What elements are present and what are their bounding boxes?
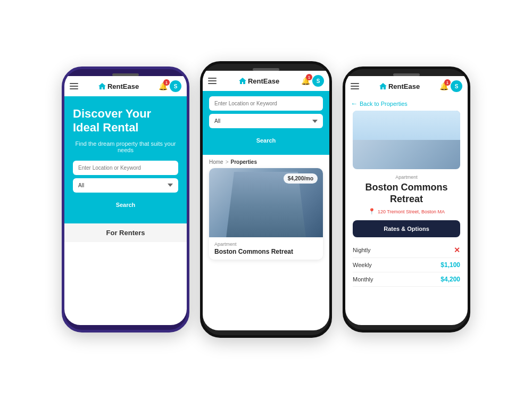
nav-icons-right: 🔔 1 S	[439, 80, 462, 92]
logo-text-left: RentEase	[107, 82, 139, 90]
rate-value-nightly: ✕	[454, 246, 460, 254]
results-search-button[interactable]: Search	[209, 132, 323, 148]
logo-house-icon	[98, 82, 106, 90]
hamburger-icon-center[interactable]	[208, 78, 217, 84]
search-bar-section: All Search	[203, 91, 329, 155]
notification-badge-center: 1	[306, 74, 312, 80]
navbar-left: RentEase 🔔 1 S	[64, 76, 187, 96]
rate-row-nightly: Nightly ✕	[353, 243, 460, 258]
bell-wrapper-center[interactable]: 🔔 1	[301, 76, 310, 86]
notification-badge-left: 1	[163, 79, 170, 86]
avatar-right[interactable]: S	[451, 80, 462, 92]
rates-options-button[interactable]: Rates & Options	[353, 220, 460, 237]
phones-container: RentEase 🔔 1 S Discover Your Ideal Renta…	[0, 45, 532, 354]
phone-home: RentEase 🔔 1 S Discover Your Ideal Renta…	[62, 66, 189, 332]
location-pin-icon: 📍	[368, 208, 376, 215]
detail-property-name: Boston CommonsRetreat	[353, 182, 460, 205]
hero-search-button[interactable]: Search	[73, 197, 178, 213]
price-badge: $4,200/mo	[284, 173, 318, 184]
breadcrumb-home[interactable]: Home	[209, 159, 223, 165]
hero-title: Discover Your Ideal Rental	[73, 107, 178, 135]
hamburger-icon-right[interactable]	[351, 83, 359, 89]
phone-detail: RentEase 🔔 1 S ← Back to Properties	[343, 66, 470, 332]
breadcrumb: Home > Properties	[203, 155, 329, 168]
detail-property-address: 📍 120 Tremont Street, Boston MA	[353, 208, 460, 215]
logo-left: RentEase	[98, 82, 139, 90]
nav-icons-left: 🔔 1 S	[159, 80, 181, 92]
rate-row-monthly: Monthly $4,200	[353, 272, 460, 287]
property-info: Apartment Boston Commons Retreat	[209, 237, 323, 260]
rate-row-weekly: Weekly $1,100	[353, 258, 460, 272]
back-arrow-icon: ←	[351, 99, 358, 107]
property-image: $4,200/mo	[209, 168, 323, 237]
logo-center: RentEase	[238, 77, 279, 85]
rate-label-monthly: Monthly	[353, 276, 373, 282]
phone-screen-center: RentEase 🔔 1 S All Search	[203, 71, 329, 330]
bell-wrapper-left[interactable]: 🔔 1	[159, 81, 168, 91]
phone-screen-left: RentEase 🔔 1 S Discover Your Ideal Renta…	[64, 76, 187, 325]
hero-category-select[interactable]: All	[73, 178, 178, 193]
rate-value-monthly: $4,200	[440, 276, 460, 283]
detail-sky-bg	[353, 111, 460, 140]
phone-screen-right: RentEase 🔔 1 S ← Back to Properties	[345, 76, 468, 325]
logo-house-icon-center	[238, 77, 247, 85]
for-renters-text: For Renters	[106, 229, 145, 237]
back-text: Back to Properties	[360, 101, 408, 107]
navbar-center: RentEase 🔔 1 S	[203, 71, 329, 91]
bell-wrapper-right[interactable]: 🔔 1	[439, 81, 448, 91]
rates-table: Nightly ✕ Weekly $1,100 Monthly $4,200	[353, 243, 460, 287]
for-renters-bar: For Renters	[64, 223, 187, 242]
navbar-right: RentEase 🔔 1 S	[345, 76, 468, 96]
property-name: Boston Commons Retreat	[214, 248, 318, 255]
rate-label-weekly: Weekly	[353, 262, 372, 268]
rate-value-weekly: $1,100	[440, 261, 460, 269]
hamburger-icon[interactable]	[70, 83, 78, 89]
hero-section: Discover Your Ideal Rental Find the drea…	[64, 96, 187, 223]
logo-text-right: RentEase	[388, 82, 420, 90]
back-to-properties-button[interactable]: ← Back to Properties	[345, 96, 468, 111]
notification-badge-right: 1	[444, 79, 451, 86]
nav-icons-center: 🔔 1 S	[301, 75, 324, 87]
logo-text-center: RentEase	[248, 77, 279, 85]
hero-subtitle: Find the dream property that suits your …	[73, 140, 178, 153]
avatar-left[interactable]: S	[170, 80, 181, 92]
breadcrumb-current: Properties	[231, 159, 257, 165]
property-card[interactable]: $4,200/mo Apartment Boston Commons Retre…	[209, 168, 323, 260]
detail-property-image	[353, 111, 460, 169]
hero-search-input[interactable]	[73, 161, 178, 175]
logo-house-icon-right	[379, 82, 387, 90]
rate-label-nightly: Nightly	[353, 247, 371, 253]
detail-property-type: Apartment	[353, 174, 460, 180]
results-search-input[interactable]	[209, 96, 323, 111]
logo-right: RentEase	[379, 82, 420, 90]
property-type: Apartment	[214, 242, 318, 247]
avatar-center[interactable]: S	[312, 75, 324, 87]
detail-content: Apartment Boston CommonsRetreat 📍 120 Tr…	[345, 111, 468, 294]
breadcrumb-separator: >	[226, 159, 229, 165]
results-category-select[interactable]: All	[209, 114, 323, 128]
address-text: 120 Tremont Street, Boston MA	[378, 209, 445, 214]
phone-search: RentEase 🔔 1 S All Search	[200, 61, 332, 338]
